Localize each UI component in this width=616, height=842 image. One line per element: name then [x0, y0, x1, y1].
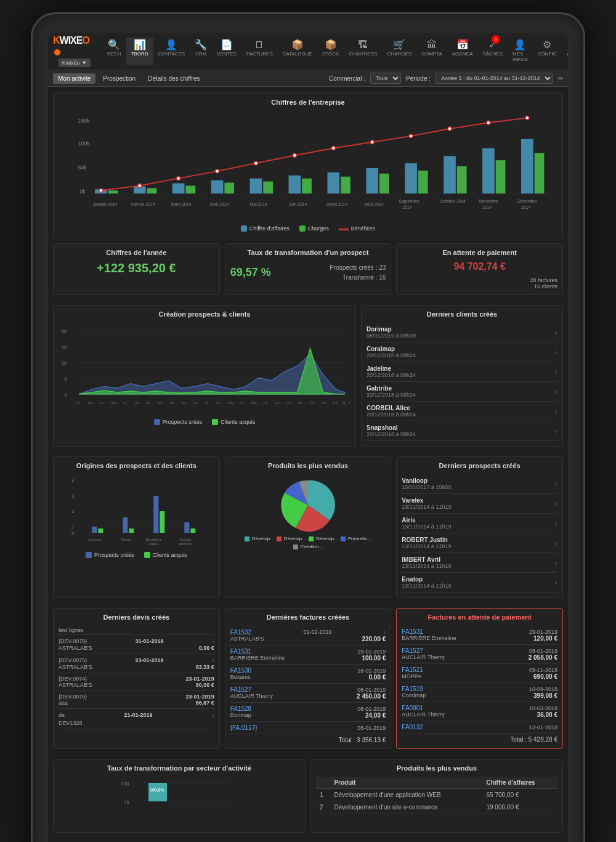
- period-select[interactable]: Année 1 : du 01-01-2014 au 31-12-2014: [436, 73, 553, 84]
- arrow-icon[interactable]: ›: [212, 638, 214, 645]
- list-item: FA1527 08-01-2019 AUCLAIR Thierry 2 058,…: [402, 645, 557, 664]
- aide-icon: ❓: [567, 40, 568, 50]
- list-item: Airis13/11/2014 à 11h19 ›: [402, 514, 557, 533]
- svg-text:0: 0: [71, 531, 74, 535]
- row-amount: 65 700,00 €: [482, 789, 557, 801]
- transformation-title: Taux de transformation d'un prospect: [230, 249, 386, 256]
- row-num: 1: [316, 789, 330, 801]
- transformes-val: 16: [379, 274, 386, 281]
- svg-text:Ma...: Ma...: [228, 401, 236, 405]
- paiement-clients: 16 clients: [534, 283, 557, 289]
- agenda-icon: 📅: [456, 40, 469, 50]
- prospect-date: 15/03/2017 à 15h50: [402, 484, 451, 490]
- logo-wixeo: WIXE: [60, 35, 83, 46]
- arrow-icon[interactable]: ›: [555, 427, 557, 435]
- nav-item-taches[interactable]: ✓ 5 TÂCHES: [478, 38, 508, 65]
- arrow-icon[interactable]: ›: [212, 657, 214, 664]
- nav-item-charges[interactable]: 🛒 CHARGES: [383, 38, 417, 65]
- origines-row: Origines des prospects et des clients 4 …: [53, 456, 563, 603]
- tablet-inner: KWIXEO Kwixéo ▼ 🔍 RECH 📊 TBORD 👤: [48, 33, 568, 842]
- nav-item-aide[interactable]: ❓ AIDE: [562, 38, 568, 65]
- workspace-button[interactable]: Kwixéo ▼: [59, 59, 91, 67]
- devis-amount: 66,67 €: [196, 700, 214, 706]
- factures-total: Total : 3 356,13 €: [230, 737, 386, 743]
- nav-label-rech: RECH: [107, 51, 121, 57]
- legend-benefices-label: Bénéfices: [351, 225, 376, 232]
- paiement-card: En attente de paiement 94 702,74 € 28 fa…: [396, 243, 563, 295]
- prospects-label: Prospects créés :: [330, 264, 377, 271]
- nav-item-compta[interactable]: 🏛 COMPTA: [416, 38, 447, 65]
- list-item: FA0132 13-01-2018: [402, 721, 557, 734]
- taux-secteur-title: Taux de transformation par secteur d'act…: [59, 764, 300, 772]
- commercial-select[interactable]: Tous: [370, 73, 401, 84]
- arrow-icon[interactable]: ›: [555, 519, 557, 528]
- list-item: FA1530 16-01-2019 Bexares 0,00 €: [230, 665, 386, 684]
- client-info: Dorimap 08/01/2019 à 09h39: [367, 326, 416, 339]
- invoice-date: 10-03-2018: [529, 705, 557, 711]
- tab-prospection[interactable]: Prospection: [98, 73, 140, 84]
- nav-item-chantiers[interactable]: 🏗 CHANTIERS: [344, 38, 382, 65]
- client-date: 20/12/2018 à 09h24: [367, 411, 416, 418]
- svg-point-38: [331, 147, 335, 150]
- arrow-icon[interactable]: ›: [555, 480, 557, 488]
- invoice-date: 16-01-2019: [357, 668, 386, 674]
- attente-total: Total : 5 428,28 €: [402, 736, 557, 743]
- arrow-icon[interactable]: ›: [555, 328, 557, 337]
- svg-point-33: [138, 184, 142, 188]
- nav-item-tbord[interactable]: 📊 TBORD: [126, 38, 153, 65]
- svg-rect-107: [98, 528, 103, 533]
- svg-text:Avril 2014: Avril 2014: [210, 202, 229, 206]
- arrow-icon[interactable]: ›: [555, 578, 557, 587]
- svg-rect-14: [327, 172, 339, 193]
- nav-item-config[interactable]: ⚙ CONFIG: [532, 38, 561, 65]
- ventes-icon: 📄: [221, 40, 233, 50]
- nav-item-ventes[interactable]: 📄 VENTES: [212, 38, 241, 65]
- nav-item-stock[interactable]: 📦 STOCK: [317, 38, 344, 65]
- invoice-date: 01-02-2019: [303, 629, 331, 635]
- arrow-icon[interactable]: ›: [555, 348, 557, 357]
- client-info: Snapshoal 20/12/2018 à 09h24: [367, 424, 416, 437]
- nav-item-crm[interactable]: 🔧 CRM: [190, 38, 212, 65]
- arrow-icon[interactable]: ›: [555, 407, 557, 416]
- devis-id: {DEV.0078}: [59, 638, 87, 644]
- prospects-row: Création prospects & clients 20 15 10 5: [53, 305, 563, 451]
- invoice-date: 10-09-2018: [529, 686, 557, 692]
- tab-mon-activite[interactable]: Mon activité: [53, 73, 95, 84]
- logo-k: K: [53, 35, 60, 46]
- nav-item-contacts[interactable]: 👤 CONTACTS: [153, 38, 190, 65]
- client-info: Coralmap 20/12/2018 à 09h24: [367, 346, 416, 358]
- client-info: CORBEIL Alice 20/12/2018 à 09h24: [367, 405, 416, 418]
- pie-label-4: Formatio...: [348, 536, 371, 541]
- client-name: Dorimap: [367, 326, 416, 333]
- nav-item-agenda[interactable]: 📅 AGENDA: [447, 38, 478, 65]
- legend-clients-dot: [212, 419, 218, 425]
- arrow-icon[interactable]: ›: [555, 559, 557, 567]
- arrow-icon[interactable]: ›: [555, 387, 557, 396]
- svg-rect-18: [482, 148, 495, 194]
- nav-item-catalogue[interactable]: 📦 CATALOGUE: [278, 38, 317, 65]
- nav-item-mes-infos[interactable]: 👤 MES INFOS: [508, 38, 532, 65]
- tab-details-chiffres[interactable]: Détails des chiffres: [143, 73, 205, 84]
- svg-rect-112: [184, 522, 189, 533]
- list-item: Enatop13/11/2014 à 11h19 ›: [402, 573, 557, 593]
- arrow-icon[interactable]: ›: [555, 500, 557, 508]
- nav-item-rech[interactable]: 🔍 RECH: [102, 38, 126, 65]
- factures-icon: 🗒: [254, 40, 264, 50]
- list-item: FA0001 10-03-2018 AUCLAIR Thierry 36,00 …: [402, 702, 557, 721]
- arrow-icon[interactable]: ›: [555, 539, 557, 548]
- svg-text:0: 0: [64, 392, 67, 398]
- arrow-icon[interactable]: ›: [212, 711, 214, 719]
- edit-icon[interactable]: ✏: [558, 75, 563, 82]
- arrow-icon[interactable]: ›: [555, 368, 557, 376]
- svg-rect-23: [224, 183, 234, 194]
- annee-title: Chiffres de l'année: [59, 249, 214, 256]
- invoice-amount: 690,00 €: [533, 673, 557, 680]
- svg-text:2014: 2014: [402, 205, 411, 209]
- arrow-icon[interactable]: ›: [384, 628, 386, 636]
- contacts-icon: 👤: [165, 40, 177, 50]
- list-item: ROBERT Justin13/11/2014 à 11h19 ›: [402, 533, 557, 553]
- main-chart-card: Chiffres de l'entreprise 150k 100k 50k 0…: [53, 92, 563, 238]
- nav-item-factures[interactable]: 🗒 FACTURES: [241, 38, 278, 65]
- secteur-svg: 100 75 100,0%: [59, 777, 300, 826]
- table-row: 2 Développement d'un site e-commerce 19 …: [316, 801, 557, 814]
